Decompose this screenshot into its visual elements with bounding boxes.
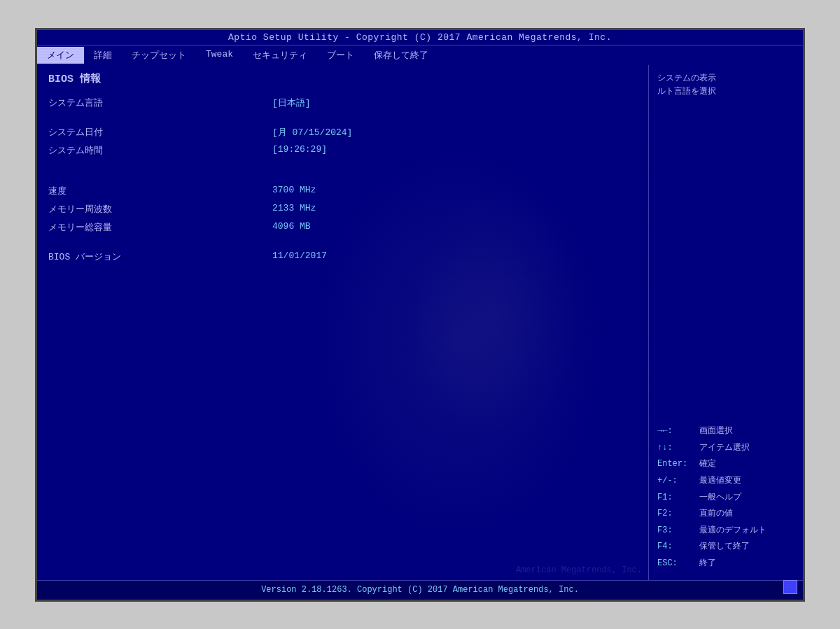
main-panel: BIOS 情報 システム言語 [日本語] システム日付 [月 07/15/202… [37,65,649,580]
right-panel: システムの表示ルト言語を選択 →←: 画面選択 ↑↓: アイテム選択 Enter… [649,65,803,580]
label-system-language: システム言語 [48,97,272,109]
key-row-esc: ESC: 終了 [657,556,794,572]
label-memory-total: メモリー総容量 [48,221,272,234]
key-row-arrows: →←: 画面選択 [657,424,794,439]
title-bar: Aptio Setup Utility - Copyright (C) 2017… [37,30,803,45]
key-enter: Enter: [657,457,699,472]
right-help-content: システムの表示ルト言語を選択 [657,73,716,97]
desc-f4: 保管して終了 [699,539,750,555]
watermark: American Megatrends, Inc. [516,565,642,575]
nav-item-detail[interactable]: 詳細 [84,47,122,64]
section-title: BIOS 情報 [48,72,637,85]
key-updown: ↑↓: [657,441,699,456]
nav-bar: メイン 詳細 チップセット Tweak セキュリティ ブート 保存して終了 [37,45,803,65]
right-help-text: システムの表示ルト言語を選択 [657,72,794,99]
row-system-time: システム時間 [19:26:29] [48,144,637,157]
desc-arrows: 画面選択 [699,424,733,439]
key-row-plusminus: +/-: 最適値変更 [657,474,794,489]
key-arrows: →←: [657,424,699,439]
desc-plusminus: 最適値変更 [699,474,741,489]
key-row-f1: F1: 一般ヘルプ [657,490,794,506]
value-memory-total: 4096 MB [272,221,311,234]
desc-updown: アイテム選択 [699,441,750,456]
row-memory-freq: メモリー周波数 2133 MHz [48,203,637,215]
desc-esc: 終了 [699,556,716,572]
nav-item-tweak[interactable]: Tweak [196,47,243,64]
nav-item-chipset[interactable]: チップセット [122,47,196,64]
desc-enter: 確定 [699,457,716,472]
title-text: Aptio Setup Utility - Copyright (C) 2017… [228,32,612,43]
value-speed: 3700 MHz [272,185,316,197]
label-system-date: システム日付 [48,126,272,139]
spacer-2 [48,162,637,174]
key-f2: F2: [657,507,699,522]
key-row-f3: F3: 最適のデフォルト [657,523,794,539]
nav-item-main[interactable]: メイン [37,47,84,64]
nav-item-save-exit[interactable]: 保存して終了 [364,47,438,64]
value-system-time[interactable]: [19:26:29] [272,144,327,157]
spacer-3 [48,174,637,185]
key-row-updown: ↑↓: アイテム選択 [657,441,794,456]
monitor-screen: Aptio Setup Utility - Copyright (C) 2017… [35,28,805,602]
label-memory-freq: メモリー周波数 [48,203,272,215]
spacer-4 [48,239,637,250]
desc-f3: 最適のデフォルト [699,523,766,539]
key-f4: F4: [657,539,699,555]
outer-frame: Aptio Setup Utility - Copyright (C) 2017… [0,0,840,629]
label-speed: 速度 [48,185,272,197]
label-bios-version: BIOS バージョン [48,250,272,263]
row-system-date: システム日付 [月 07/15/2024] [48,126,637,139]
value-system-language[interactable]: [日本語] [272,97,311,109]
key-esc: ESC: [657,556,699,572]
desc-f2: 直前の値 [699,507,733,522]
row-bios-version: BIOS バージョン 11/01/2017 [48,250,637,263]
key-f3: F3: [657,523,699,539]
row-memory-total: メモリー総容量 4096 MB [48,221,637,234]
spacer-1 [48,115,637,126]
screen-inner: Aptio Setup Utility - Copyright (C) 2017… [37,30,803,600]
row-speed: 速度 3700 MHz [48,185,637,197]
corner-indicator [783,580,797,594]
key-row-enter: Enter: 確定 [657,457,794,472]
key-plusminus: +/-: [657,474,699,489]
value-bios-version: 11/01/2017 [272,250,327,263]
content-area: BIOS 情報 システム言語 [日本語] システム日付 [月 07/15/202… [37,65,803,580]
version-text: Version 2.18.1263. Copyright (C) 2017 Am… [261,585,579,595]
bottom-bar: Version 2.18.1263. Copyright (C) 2017 Am… [37,580,803,600]
right-key-help: →←: 画面選択 ↑↓: アイテム選択 Enter: 確定 +/-: [657,424,794,572]
value-memory-freq: 2133 MHz [272,203,316,215]
key-row-f2: F2: 直前の値 [657,507,794,522]
key-row-f4: F4: 保管して終了 [657,539,794,555]
label-system-time: システム時間 [48,144,272,157]
key-f1: F1: [657,490,699,506]
row-system-language: システム言語 [日本語] [48,97,637,109]
value-system-date[interactable]: [月 07/15/2024] [272,126,352,139]
nav-item-security[interactable]: セキュリティ [243,47,317,64]
desc-f1: 一般ヘルプ [699,490,741,506]
nav-item-boot[interactable]: ブート [317,47,364,64]
